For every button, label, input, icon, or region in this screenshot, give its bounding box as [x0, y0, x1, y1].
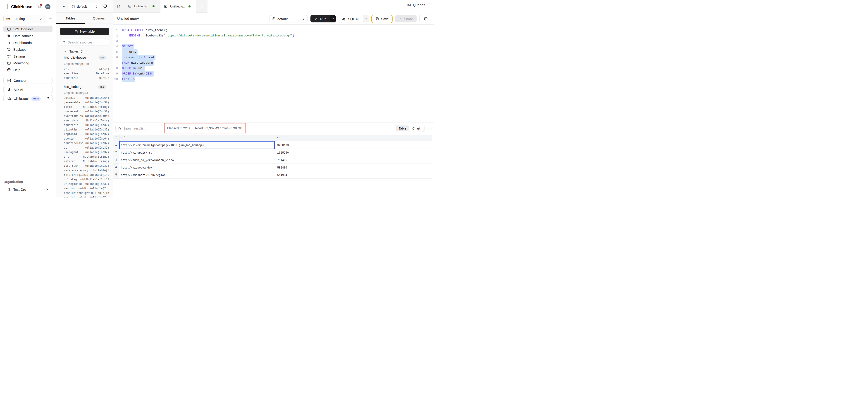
svg-text:aws: aws — [6, 17, 10, 20]
